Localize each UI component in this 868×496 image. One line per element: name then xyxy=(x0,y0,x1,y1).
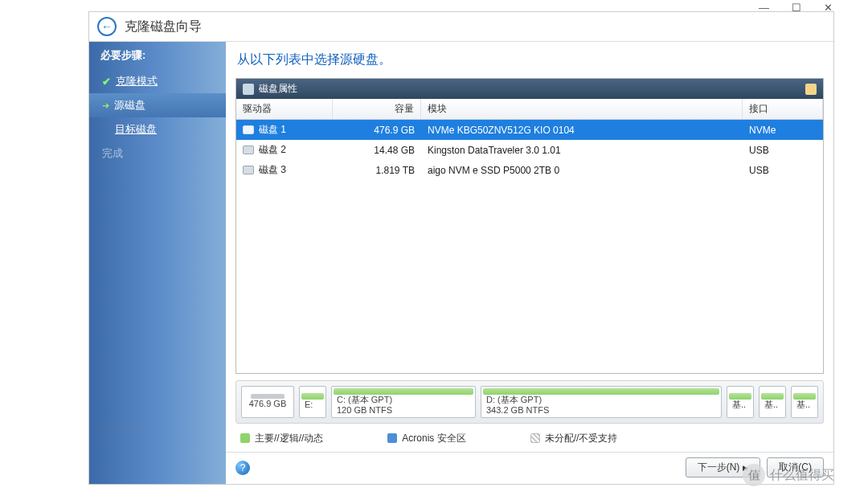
step-label: 克隆模式 xyxy=(116,74,158,88)
main-panel: 从以下列表中选择源硬盘。 磁盘属性 驱动器 容量 模块 xyxy=(226,42,833,484)
close-button[interactable]: ✕ xyxy=(824,2,833,14)
partition-detail: 120 GB NTFS xyxy=(334,405,473,416)
button-label: 下一步(N) xyxy=(698,461,740,474)
cell-drive: 磁盘 3 xyxy=(259,164,286,175)
minimize-button[interactable]: — xyxy=(759,2,769,14)
wizard-frame: ← 克隆磁盘向导 必要步骤: ✔ 克隆模式 ➜ 源磁盘 目标磁盘 xyxy=(88,11,834,485)
window-controls: — ☐ ✕ xyxy=(759,2,833,14)
step-label: 目标磁盘 xyxy=(115,122,157,137)
back-button[interactable]: ← xyxy=(97,17,117,36)
swatch-icon xyxy=(530,433,540,443)
partition-label: 基.. xyxy=(729,400,751,410)
table-row[interactable]: 磁盘 3 1.819 TB aigo NVM e SSD P5000 2TB 0… xyxy=(236,160,823,180)
drive-icon xyxy=(243,146,254,154)
arrow-icon: ➜ xyxy=(102,100,109,111)
disk-icon xyxy=(243,84,254,95)
step-label: 源磁盘 xyxy=(114,98,145,113)
legend-unallocated: 未分配//不受支持 xyxy=(530,432,618,445)
disk-table: 磁盘属性 驱动器 容量 模块 接口 磁盘 1 xyxy=(235,78,824,374)
cell-capacity: 14.48 GB xyxy=(333,143,421,158)
window: — ☐ ✕ ← 克隆磁盘向导 必要步骤: ✔ 克隆模式 ➜ xyxy=(0,0,868,496)
button-label: 取消(C) xyxy=(779,461,812,474)
partition-label: 基.. xyxy=(761,400,784,410)
col-capacity[interactable]: 容量 xyxy=(333,99,421,119)
cell-iface: USB xyxy=(743,163,823,178)
arrow-left-icon: ← xyxy=(101,21,113,32)
panel-title: 磁盘属性 xyxy=(259,82,297,96)
drive-icon xyxy=(243,125,254,134)
cell-model: Kingston DataTraveler 3.0 1.01 xyxy=(421,143,743,158)
sidebar-heading: 必要步骤: xyxy=(89,42,226,69)
swatch-icon xyxy=(240,433,250,443)
wizard-title: 克隆磁盘向导 xyxy=(125,18,202,35)
sidebar-watermark: 结束向导 xyxy=(102,423,144,437)
cell-model: NVMe KBG50ZNV512G KIO 0104 xyxy=(421,123,743,137)
panel-action-icon[interactable] xyxy=(805,84,817,95)
step-target-disk[interactable]: 目标磁盘 xyxy=(89,117,226,141)
cell-iface: NVMe xyxy=(743,123,823,137)
step-finish: 完成 xyxy=(89,141,226,166)
partition-c[interactable]: C: (基本 GPT) 120 GB NTFS xyxy=(331,386,476,418)
header: ← 克隆磁盘向导 xyxy=(89,12,833,42)
legend-primary: 主要//逻辑//动态 xyxy=(240,432,323,445)
step-label: 完成 xyxy=(102,146,123,161)
partition-d[interactable]: D: (基本 GPT) 343.2 GB NTFS xyxy=(481,386,722,418)
partition-total[interactable]: 476.9 GB xyxy=(241,386,294,418)
drive-icon xyxy=(243,166,254,174)
table-header: 驱动器 容量 模块 接口 xyxy=(236,99,823,120)
legend: 主要//逻辑//动态 Acronis 安全区 未分配//不受支持 xyxy=(235,430,824,447)
partition-label: D: (基本 GPT) xyxy=(483,395,719,405)
partition-label: E: xyxy=(301,400,324,410)
table-row[interactable]: 磁盘 1 476.9 GB NVMe KBG50ZNV512G KIO 0104… xyxy=(236,120,823,140)
partition-tail[interactable]: 基.. xyxy=(727,386,754,418)
instruction-text: 从以下列表中选择源硬盘。 xyxy=(226,42,833,78)
table-row[interactable]: 磁盘 2 14.48 GB Kingston DataTraveler 3.0 … xyxy=(236,140,823,160)
cancel-button[interactable]: 取消(C) xyxy=(767,457,824,478)
footer: ? 下一步(N) ▶ 取消(C) xyxy=(226,452,833,484)
step-clone-mode[interactable]: ✔ 克隆模式 xyxy=(89,69,226,93)
sidebar: 必要步骤: ✔ 克隆模式 ➜ 源磁盘 目标磁盘 完成 结 xyxy=(89,42,226,484)
partition-label: C: (基本 GPT) xyxy=(334,395,473,405)
cell-iface: USB xyxy=(743,143,823,158)
partition-label: 基.. xyxy=(793,400,816,410)
partition-map: 476.9 GB E: C: (基本 GPT) 120 GB NTFS xyxy=(235,380,824,424)
col-model[interactable]: 模块 xyxy=(421,99,743,119)
cell-model: aigo NVM e SSD P5000 2TB 0 xyxy=(421,163,743,178)
col-drive[interactable]: 驱动器 xyxy=(236,99,333,119)
next-button[interactable]: 下一步(N) ▶ xyxy=(686,457,761,478)
panel-header: 磁盘属性 xyxy=(236,79,823,99)
help-icon[interactable]: ? xyxy=(235,461,250,475)
chevron-right-icon: ▶ xyxy=(743,464,748,472)
check-icon: ✔ xyxy=(102,76,111,88)
cell-drive: 磁盘 2 xyxy=(259,144,286,155)
maximize-button[interactable]: ☐ xyxy=(792,2,801,14)
partition-tail[interactable]: 基.. xyxy=(759,386,786,418)
partition-e[interactable]: E: xyxy=(299,386,326,418)
swatch-icon xyxy=(387,433,397,443)
col-interface[interactable]: 接口 xyxy=(743,99,823,119)
legend-acronis: Acronis 安全区 xyxy=(387,432,465,445)
partition-tail[interactable]: 基.. xyxy=(791,386,818,418)
step-source-disk[interactable]: ➜ 源磁盘 xyxy=(89,93,226,117)
cell-capacity: 476.9 GB xyxy=(333,123,421,137)
total-size: 476.9 GB xyxy=(244,399,292,409)
cell-capacity: 1.819 TB xyxy=(333,163,421,178)
cell-drive: 磁盘 1 xyxy=(259,124,286,135)
partition-detail: 343.2 GB NTFS xyxy=(483,405,719,416)
